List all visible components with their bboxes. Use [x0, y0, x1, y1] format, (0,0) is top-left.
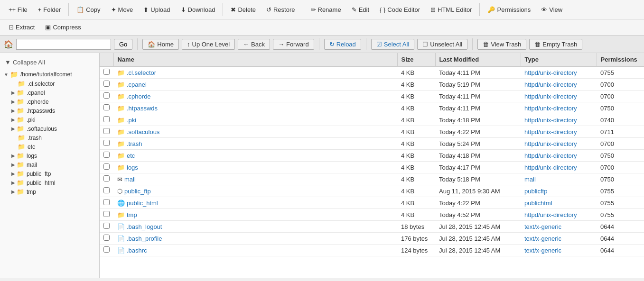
copy-button[interactable]: 📋 Copy: [72, 4, 105, 16]
compress-button[interactable]: ▣ Compress: [40, 21, 85, 33]
row-checkbox[interactable]: [103, 199, 110, 205]
table-row[interactable]: 📄.bash_logout18 bytesJul 28, 2015 12:45 …: [100, 221, 644, 233]
table-row[interactable]: 📁logs4 KBToday 4:17 PMhttpd/unix-directo…: [100, 162, 644, 173]
table-row[interactable]: 🌐public_html4 KBToday 4:22 PMpublichtml0…: [100, 197, 644, 209]
home-nav-button[interactable]: 🏠 Home: [142, 39, 179, 50]
file-name-link[interactable]: .softaculous: [127, 128, 159, 136]
code-editor-button[interactable]: { } Code Editor: [375, 4, 425, 16]
sidebar-item-logs[interactable]: ▶ 📁 logs: [9, 151, 97, 160]
file-type-link[interactable]: httpd/unix-directory: [524, 152, 577, 159]
table-row[interactable]: 📁.softaculous4 KBToday 4:22 PMhttpd/unix…: [100, 126, 644, 138]
view-button[interactable]: 👁 View: [536, 4, 567, 16]
row-checkbox[interactable]: [103, 140, 110, 146]
forward-button[interactable]: → Forward: [273, 39, 314, 50]
file-name-link[interactable]: .trash: [127, 140, 142, 147]
html-editor-button[interactable]: ⊞ HTML Editor: [426, 4, 476, 16]
permissions-button[interactable]: 🔑 Permissions: [483, 4, 535, 16]
row-checkbox[interactable]: [103, 128, 110, 134]
reload-button[interactable]: ↻ Reload: [324, 39, 361, 50]
type-header[interactable]: Type: [521, 53, 597, 66]
table-row[interactable]: 📁.trash4 KBToday 5:24 PMhttpd/unix-direc…: [100, 138, 644, 150]
row-checkbox[interactable]: [103, 235, 110, 241]
table-row[interactable]: 📁.htpasswds4 KBToday 4:11 PMhttpd/unix-d…: [100, 102, 644, 114]
table-row[interactable]: 📄.bashrc124 bytesJul 28, 2015 12:45 AMte…: [100, 245, 644, 256]
file-name-link[interactable]: public_ftp: [124, 188, 151, 195]
delete-button[interactable]: ✖ Delete: [226, 4, 261, 16]
file-type-link[interactable]: httpd/unix-directory: [524, 81, 577, 88]
row-checkbox[interactable]: [103, 187, 110, 193]
file-name-link[interactable]: .cpanel: [127, 81, 147, 88]
restore-button[interactable]: ↺ Restore: [261, 4, 300, 16]
modified-header[interactable]: Last Modified: [435, 53, 521, 66]
file-type-link[interactable]: httpd/unix-directory: [524, 105, 577, 112]
sidebar-item-softaculous[interactable]: ▶ 📁 .softaculous: [9, 124, 97, 133]
file-type-link[interactable]: httpd/unix-directory: [524, 211, 577, 218]
sidebar-item-public-ftp[interactable]: ▶ 📁 public_ftp: [9, 169, 97, 178]
table-row[interactable]: 📁etc4 KBToday 4:18 PMhttpd/unix-director…: [100, 150, 644, 162]
sidebar-item-htpasswds[interactable]: ▶ 📁 .htpasswds: [9, 106, 97, 115]
file-type-link[interactable]: text/x-generic: [524, 247, 561, 254]
view-trash-button[interactable]: 🗑 View Trash: [477, 39, 526, 50]
sidebar-item-cl-selector[interactable]: 📁 .cl.selector: [9, 79, 97, 88]
sidebar-item-public-html[interactable]: ▶ 📁 public_html: [9, 178, 97, 187]
row-checkbox[interactable]: [103, 211, 110, 217]
file-name-link[interactable]: mail: [124, 176, 136, 183]
table-row[interactable]: 📄.bash_profile176 bytesJul 28, 2015 12:4…: [100, 233, 644, 245]
file-name-link[interactable]: tmp: [127, 211, 137, 218]
file-name-link[interactable]: .htpasswds: [127, 105, 158, 112]
table-row[interactable]: 📁.pki4 KBToday 4:18 PMhttpd/unix-directo…: [100, 114, 644, 126]
download-button[interactable]: ⬇ Download: [176, 4, 220, 16]
file-name-link[interactable]: .bash_logout: [127, 223, 162, 230]
new-file-button[interactable]: + + File: [4, 4, 32, 16]
file-type-link[interactable]: httpd/unix-directory: [524, 128, 577, 136]
root-item[interactable]: ▼ 📁 /home/tutorialfcomet: [2, 70, 97, 79]
edit-button[interactable]: ✎ Edit: [347, 4, 374, 16]
file-name-link[interactable]: .cl.selector: [127, 69, 156, 76]
back-button[interactable]: ← Back: [238, 39, 270, 50]
select-all-button[interactable]: ☑ Select All: [371, 39, 414, 50]
size-header[interactable]: Size: [397, 53, 435, 66]
file-name-link[interactable]: logs: [127, 164, 138, 171]
file-type-link[interactable]: mail: [524, 176, 536, 183]
file-name-link[interactable]: .bash_profile: [127, 235, 162, 242]
new-folder-button[interactable]: + Folder: [33, 4, 65, 16]
file-type-link[interactable]: text/x-generic: [524, 223, 561, 230]
table-row[interactable]: ⬡public_ftp4 KBAug 11, 2015 9:30 AMpubli…: [100, 185, 644, 197]
file-name-link[interactable]: .cphorde: [127, 93, 151, 100]
sidebar-item-cpanel[interactable]: ▶ 📁 .cpanel: [9, 88, 97, 97]
file-type-link[interactable]: httpd/unix-directory: [524, 117, 577, 124]
extract-button[interactable]: ⊡ Extract: [4, 21, 39, 33]
file-type-link[interactable]: httpd/unix-directory: [524, 140, 577, 147]
row-checkbox[interactable]: [103, 223, 110, 229]
file-type-link[interactable]: publicftp: [524, 188, 547, 195]
row-checkbox[interactable]: [103, 246, 110, 253]
go-button[interactable]: Go: [114, 39, 132, 50]
move-button[interactable]: ✦ Move: [106, 4, 138, 16]
file-type-link[interactable]: publichtml: [524, 199, 552, 207]
file-type-link[interactable]: httpd/unix-directory: [524, 69, 577, 76]
up-level-button[interactable]: ↑ Up One Level: [182, 39, 235, 50]
row-checkbox[interactable]: [103, 116, 110, 122]
upload-button[interactable]: ⬆ Upload: [139, 4, 175, 16]
file-name-link[interactable]: public_html: [127, 199, 158, 207]
sidebar-item-tmp[interactable]: ▶ 📁 tmp: [9, 187, 97, 196]
empty-trash-button[interactable]: 🗑 Empty Trash: [529, 39, 582, 50]
file-type-link[interactable]: text/x-generic: [524, 235, 561, 242]
sidebar-item-trash[interactable]: 📁 .trash: [9, 133, 97, 142]
file-name-link[interactable]: etc: [127, 152, 135, 159]
unselect-all-button[interactable]: ☐ Unselect All: [417, 39, 467, 50]
table-row[interactable]: 📁.cl.selector4 KBToday 4:11 PMhttpd/unix…: [100, 66, 644, 79]
table-row[interactable]: ✉mail4 KBToday 5:18 PMmail0750: [100, 173, 644, 185]
row-checkbox[interactable]: [103, 81, 110, 87]
table-row[interactable]: 📁.cphorde4 KBToday 4:11 PMhttpd/unix-dir…: [100, 91, 644, 102]
rename-button[interactable]: ✏ Rename: [306, 4, 346, 16]
file-type-link[interactable]: httpd/unix-directory: [524, 93, 577, 100]
row-checkbox[interactable]: [103, 163, 110, 170]
file-name-link[interactable]: .bashrc: [127, 247, 147, 254]
row-checkbox[interactable]: [103, 69, 110, 75]
row-checkbox[interactable]: [103, 152, 110, 158]
table-row[interactable]: 📁tmp4 KBToday 4:52 PMhttpd/unix-director…: [100, 209, 644, 221]
sidebar-item-pki[interactable]: ▶ 📁 .pki: [9, 115, 97, 124]
permissions-header[interactable]: Permissions: [597, 53, 644, 66]
path-input[interactable]: [16, 39, 111, 50]
